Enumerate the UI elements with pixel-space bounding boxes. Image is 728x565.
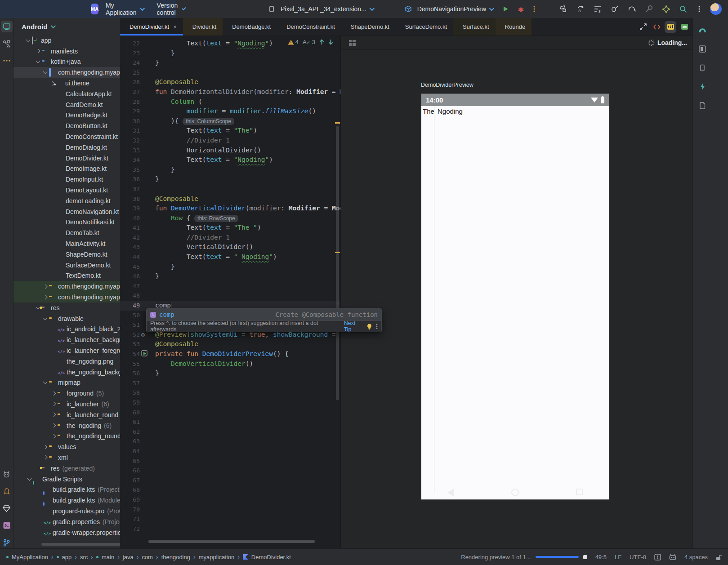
preview-name-label[interactable]: DemoDividerPreview (421, 82, 473, 88)
code-line-66[interactable]: 66 (120, 466, 340, 476)
grid-layout-icon[interactable] (347, 37, 357, 48)
code-line-43[interactable]: 43 VerticalDivider() (120, 242, 340, 252)
tree-item-the_ngoding_backgro[interactable]: </>the_ngoding_backgro (13, 367, 120, 378)
tab-DemoConstraint.kt[interactable]: DemoConstraint.kt (277, 18, 341, 36)
code-line-35[interactable]: 35 } (120, 165, 340, 175)
tree-horizontal-scrollbar[interactable] (41, 543, 120, 546)
tree-item-DemoBadge.kt[interactable]: DemoBadge.kt (13, 110, 120, 121)
code-line-72[interactable]: 72 (120, 524, 340, 534)
search-everywhere-icon[interactable] (678, 4, 688, 14)
preview-settings-icon[interactable]: ⚙ (141, 331, 145, 338)
tree-item-mipmap[interactable]: mipmap (13, 378, 120, 388)
code-line-39[interactable]: 39fun DemoVerticalDivider(modifier: Modi… (120, 204, 340, 214)
tree-item-manifests[interactable]: manifests (13, 46, 120, 57)
breadcrumb-item-com[interactable]: ›com (137, 553, 153, 561)
user-avatar[interactable] (710, 3, 722, 15)
design-view-icon[interactable] (679, 22, 690, 32)
code-line-68[interactable]: 68 (120, 485, 340, 495)
code-line-27[interactable]: 27fun DemoHorizontalDivider(modifier: Mo… (120, 87, 340, 97)
profiler-icon[interactable]: s (592, 4, 603, 14)
code-line-55[interactable]: 55 DemoVerticalDivider() (120, 359, 340, 369)
tab-SurfaceDemo.kt[interactable]: SurfaceDemo.kt (396, 18, 453, 36)
code-line-58[interactable]: 58 (120, 388, 340, 398)
tree-item-ic_launcher_backgrou[interactable]: </>ic_launcher_backgrou (13, 334, 120, 345)
code-line-59[interactable]: 59 (120, 398, 340, 408)
editor-horizontal-scrollbar[interactable] (148, 540, 315, 543)
code-line-46[interactable]: 46} (120, 271, 340, 281)
code-line-33[interactable]: 33 HorizontalDivider() (120, 146, 340, 156)
sync-project-icon[interactable]: A (575, 4, 586, 14)
breadcrumb-item-app[interactable]: ›app (51, 553, 71, 561)
more-run-options-icon[interactable] (529, 4, 540, 14)
code-line-47[interactable]: 47 (120, 281, 340, 291)
code-line-24[interactable]: 24} (120, 58, 340, 68)
tree-item-ui.theme[interactable]: ui.theme (13, 78, 120, 89)
code-line-41[interactable]: 41 Text(text = "The ") (120, 223, 340, 233)
git-icon[interactable] (1, 537, 13, 548)
hint-kebab-icon[interactable] (376, 323, 378, 329)
chevron-right-icon[interactable] (34, 49, 42, 53)
code-line-53[interactable]: 53@Composable (120, 339, 340, 349)
code-line-23[interactable]: 23 } (120, 49, 340, 58)
chevron-right-icon[interactable] (49, 435, 58, 438)
firebase-assistant-icon[interactable] (697, 81, 708, 93)
device-selector[interactable]: Pixel_3a_APL_34_extension... (266, 4, 373, 14)
tree-item-DemoNavigation.kt[interactable]: DemoNavigation.kt (13, 206, 120, 217)
code-line-63[interactable]: 63 (120, 436, 340, 446)
device-manager-icon[interactable] (697, 62, 708, 74)
chevron-right-icon[interactable] (41, 445, 49, 449)
code-line-54[interactable]: 54private fun DemoDividerPreview() { (120, 349, 340, 359)
tree-item-kotlin+java[interactable]: kotlin+java (13, 57, 120, 67)
tree-item-DemoLayout.kt[interactable]: DemoLayout.kt (13, 185, 120, 196)
breadcrumb-item-MyApplication[interactable]: MyApplication (6, 554, 48, 561)
tree-item-com.thengoding.myappl[interactable]: com.thengoding.myappl (13, 292, 120, 303)
tree-item-DemoButton.kt[interactable]: DemoButton.kt (13, 120, 120, 131)
run-preview-icon[interactable] (141, 350, 147, 356)
tab-Surface.kt[interactable]: Surface.kt (453, 18, 496, 36)
build-button[interactable] (558, 4, 569, 14)
breadcrumb-item-java[interactable]: ›java (117, 553, 134, 561)
device-file-explorer-icon[interactable] (697, 100, 708, 111)
tree-item-build.gradle.kts[interactable]: build.gradle.kts(Module :a (13, 495, 120, 506)
indent-widget[interactable]: 4 spaces (684, 554, 708, 561)
running-devices-icon[interactable] (1, 21, 13, 32)
stop-progress-button[interactable] (583, 555, 587, 559)
tree-item-gradle-wrapper.properties[interactable]: </>gradle-wrapper.properties (13, 527, 120, 538)
tree-item-the_ngoding.png[interactable]: the_ngoding.png (13, 356, 120, 367)
tree-item-drawable[interactable]: drawable (13, 313, 120, 324)
debug-button[interactable] (515, 4, 526, 14)
app-quality-insights-icon[interactable] (1, 503, 13, 514)
vcs-widget[interactable]: Version control (153, 2, 185, 16)
code-line-29[interactable]: 29 modifier = modifier.fillMaxSize() (120, 107, 340, 116)
tree-item-DemoTab.kt[interactable]: DemoTab.kt (13, 227, 120, 238)
code-line-38[interactable]: 38@Composable (120, 194, 340, 204)
code-line-30[interactable]: 30 ){ this: ColumnScope (120, 116, 340, 126)
tree-item-CalculatorApp.kt[interactable]: CalculatorApp.kt (13, 89, 120, 99)
prev-problem-arrow-icon[interactable] (319, 39, 324, 45)
unlocked-icon[interactable] (716, 554, 722, 561)
tree-item-ic_android_black_24d[interactable]: </>ic_android_black_24d (13, 324, 120, 335)
tree-item-DemoImage.kt[interactable]: DemoImage.kt (13, 164, 120, 174)
tree-item-TextDemo.kt[interactable]: TextDemo.kt (13, 271, 120, 281)
tree-item-proguard-rules.pro[interactable]: proguard-rules.pro(ProGu (13, 506, 120, 516)
gemini-icon[interactable] (661, 4, 671, 14)
tree-item-ShapeDemo.kt[interactable]: ShapeDemo.kt (13, 249, 120, 260)
attach-debugger-icon[interactable] (609, 4, 620, 14)
tab-ShapeDemo.kt[interactable]: ShapeDemo.kt (341, 18, 396, 36)
tree-item-the_ngoding_round[interactable]: the_ngoding_round( (13, 431, 120, 441)
chevron-down-icon[interactable] (41, 71, 49, 73)
chevron-right-icon[interactable] (49, 402, 58, 405)
main-menu-kebab-icon[interactable] (694, 4, 705, 14)
code-line-48[interactable]: 48 (120, 291, 340, 301)
code-line-31[interactable]: 31 Text(text = "The") (120, 126, 340, 136)
chevron-down-icon[interactable] (41, 382, 49, 383)
code-line-40[interactable]: 40 Row { this: RowScope (120, 214, 340, 223)
code-line-28[interactable]: 28 Column ( (120, 97, 340, 107)
code-line-32[interactable]: 32 //Divider 1 (120, 136, 340, 146)
tree-item-values[interactable]: values (13, 441, 120, 452)
chevron-down-icon[interactable] (25, 478, 33, 480)
code-line-37[interactable]: 37 (120, 184, 340, 194)
tree-item-DemoInput.kt[interactable]: DemoInput.kt (13, 174, 120, 185)
code-editor[interactable]: 22 Text(text = "Ngoding")23 }24}2526@Com… (120, 36, 340, 548)
breadcrumb-item-main[interactable]: ›main (91, 553, 114, 561)
